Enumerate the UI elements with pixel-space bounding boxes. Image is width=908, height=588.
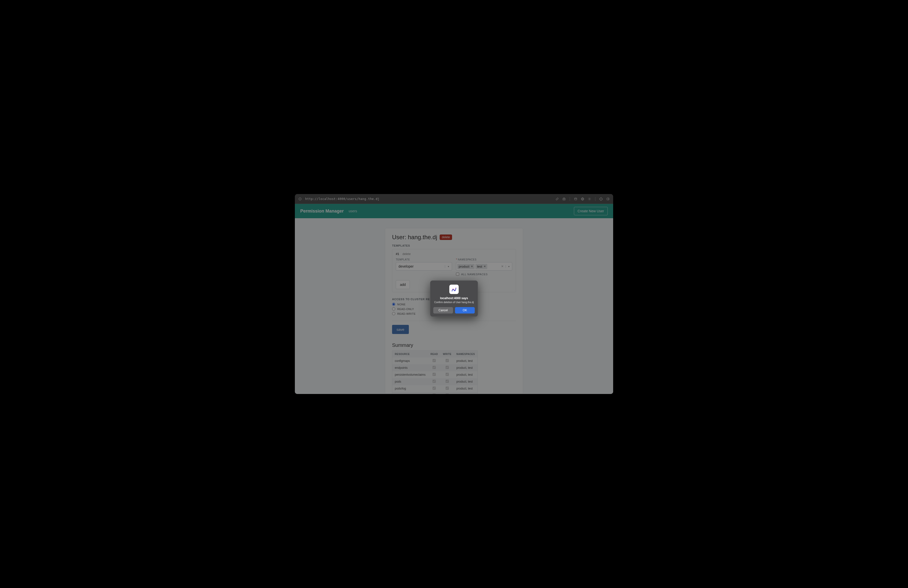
ok-button[interactable]: OK — [455, 307, 475, 314]
modal-wrap: localhost:4000 says Confirm deletion of … — [295, 194, 613, 394]
confirm-dialog: localhost:4000 says Confirm deletion of … — [430, 280, 478, 317]
cancel-button[interactable]: Cancel — [433, 307, 453, 314]
dialog-message: Confirm deletion of User hang.the.dj — [433, 301, 475, 304]
dialog-title: localhost:4000 says — [433, 296, 475, 300]
app-icon — [449, 285, 459, 294]
browser-window: http://localhost:4000/users/hang.the.dj … — [295, 194, 613, 394]
